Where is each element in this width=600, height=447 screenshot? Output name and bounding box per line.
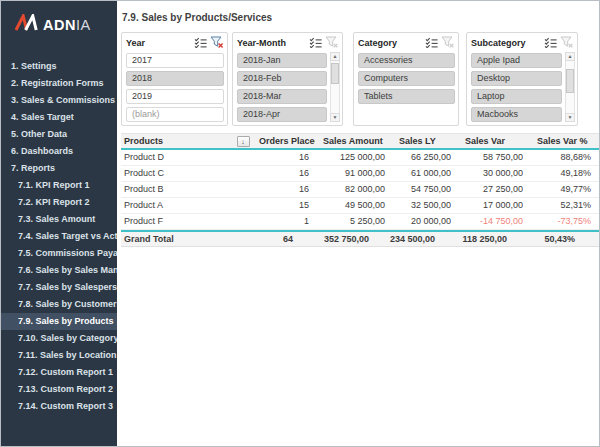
slicer-item--blank-[interactable]: (blank) [126, 107, 224, 122]
multiselect-icon[interactable] [194, 37, 207, 48]
slicer-item-apple-ipad[interactable]: Apple Ipad [471, 53, 562, 68]
sidebar-item-7-reports[interactable]: 7. Reports [1, 160, 117, 177]
sidebar-item-7-3-sales-amount[interactable]: 7.3. Sales Amount [1, 211, 117, 228]
cell-value: 352 750,00 [299, 232, 375, 247]
sidebar-item-5-other-data[interactable]: 5. Other Data [1, 126, 117, 143]
slicer-item-2019[interactable]: 2019 [126, 89, 224, 104]
slicer-items-year-month: 2018-Jan2018-Feb2018-Mar2018-Apr [237, 53, 327, 122]
sidebar-item-1-settings[interactable]: 1. Settings [1, 58, 117, 75]
slicer-item-2018[interactable]: 2018 [126, 71, 224, 86]
scroll-track[interactable] [565, 61, 575, 113]
cell-value: 58 750,00 [457, 150, 529, 165]
cell-value: 49 500,00 [315, 198, 391, 213]
sidebar-item-7-7-sales-by-salesperson[interactable]: 7.7. Sales by Salesperson [1, 279, 117, 296]
sidebar-item-7-6-sales-by-sales-manager[interactable]: 7.6. Sales by Sales Manager [1, 262, 117, 279]
sidebar-item-7-14-custom-report-3[interactable]: 7.14. Custom Report 3 [1, 398, 117, 415]
slicer-scrollbar[interactable]: ▲▼ [565, 52, 575, 122]
scroll-up-button[interactable]: ▲ [565, 52, 575, 61]
sidebar-item-7-4-sales-target-vs-actual[interactable]: 7.4. Sales Target vs Actual [1, 228, 117, 245]
clear-filter-icon[interactable] [325, 36, 339, 49]
row-label: Product F [121, 214, 251, 229]
scroll-thumb[interactable] [566, 69, 574, 93]
row-label: Product A [121, 198, 251, 213]
sidebar-item-7-13-custom-report-2[interactable]: 7.13. Custom Report 2 [1, 381, 117, 398]
cell-value: 52,31% [529, 198, 597, 213]
sidebar-item-7-8-sales-by-customers[interactable]: 7.8. Sales by Customers [1, 296, 117, 313]
sidebar-item-7-5-commissions-payable[interactable]: 7.5. Commissions Payable [1, 245, 117, 262]
slicer-title-year: Year [126, 38, 191, 48]
sidebar-item-7-11-sales-by-location[interactable]: 7.11. Sales by Location [1, 347, 117, 364]
app-window: ADNIA 1. Settings2. Registration Forms3.… [0, 0, 600, 447]
clear-filter-icon[interactable] [441, 36, 455, 49]
cell-value: 50,43% [513, 232, 581, 247]
slicer-header-category: Category [358, 36, 455, 49]
cell-value: 125 000,00 [315, 150, 391, 165]
cell-value: 16 [251, 166, 315, 181]
scroll-down-button[interactable]: ▼ [330, 113, 340, 122]
slicer-items-year: 201720182019(blank) [126, 53, 224, 122]
slicer-item-laptop[interactable]: Laptop [471, 89, 562, 104]
cell-value: -14 750,00 [457, 214, 529, 229]
sidebar-nav: 1. Settings2. Registration Forms3. Sales… [1, 58, 117, 415]
cell-value: 118 250,00 [441, 232, 513, 247]
sidebar-item-7-2-kpi-report-2[interactable]: 7.2. KPI Report 2 [1, 194, 117, 211]
sidebar-item-7-1-kpi-report-1[interactable]: 7.1. KPI Report 1 [1, 177, 117, 194]
sidebar-item-4-sales-target[interactable]: 4. Sales Target [1, 109, 117, 126]
adnia-logo-icon [14, 14, 38, 35]
multiselect-icon[interactable] [425, 37, 438, 48]
slicer-item-accessories[interactable]: Accessories [358, 53, 455, 68]
sidebar-item-3-sales-commissions[interactable]: 3. Sales & Commissions [1, 92, 117, 109]
table-header-row: Products↓Orders PlacedSales AmountSales … [121, 133, 599, 150]
brand-text: ADNIA [43, 17, 91, 33]
slicer-item-2018-apr[interactable]: 2018-Apr [237, 107, 327, 122]
slicer-item-tablets[interactable]: Tablets [358, 89, 455, 104]
sidebar-item-7-12-custom-report-1[interactable]: 7.12. Custom Report 1 [1, 364, 117, 381]
slicer-row: Year201720182019(blank)Year-Month2018-Ja… [121, 32, 599, 126]
column-header-sales-amount: Sales Amount [315, 134, 391, 149]
slicer-item-2018-feb[interactable]: 2018-Feb [237, 71, 327, 86]
scroll-down-button[interactable]: ▼ [565, 113, 575, 122]
slicer-item-computers[interactable]: Computers [358, 71, 455, 86]
sort-button-cell: ↓ [235, 134, 251, 148]
multiselect-icon[interactable] [544, 37, 557, 48]
clear-filter-icon[interactable] [560, 36, 574, 49]
grand-total-row: Grand Total64352 750,00234 500,00118 250… [121, 230, 599, 247]
slicer-subcategory: SubcategoryApple IpadDesktopLaptopMacboo… [466, 32, 578, 126]
page-title: 7.9. Sales by Products/Services [121, 1, 599, 23]
cell-value: 16 [251, 150, 315, 165]
sidebar-item-7-9-sales-by-products[interactable]: 7.9. Sales by Products [1, 313, 117, 330]
scroll-up-button[interactable]: ▲ [330, 52, 340, 61]
sidebar-item-2-registration-forms[interactable]: 2. Registration Forms [1, 75, 117, 92]
slicer-header-subcategory: Subcategory [471, 36, 574, 49]
column-header-products: Products [121, 134, 235, 149]
slicer-item-2018-mar[interactable]: 2018-Mar [237, 89, 327, 104]
table-row: Product B1682 000,0054 750,0027 250,0049… [121, 182, 599, 198]
column-header-sales-ly: Sales LY [391, 134, 457, 149]
scroll-thumb[interactable] [331, 63, 339, 85]
slicer-year: Year201720182019(blank) [121, 32, 228, 126]
slicer-item-macbooks[interactable]: Macbooks [471, 107, 562, 122]
slicer-header-year: Year [126, 36, 224, 49]
pivot-sort-button[interactable]: ↓ [237, 136, 250, 147]
cell-value: 20 000,00 [391, 214, 457, 229]
clear-filter-icon[interactable] [210, 36, 224, 49]
cell-value: -73,75% [529, 214, 597, 229]
brand-bold: ADN [43, 17, 76, 33]
slicer-scrollbar[interactable]: ▲▼ [330, 52, 340, 122]
cell-value: 91 000,00 [315, 166, 391, 181]
cell-value: 88,68% [529, 150, 597, 165]
multiselect-icon[interactable] [309, 37, 322, 48]
row-label: Product B [121, 182, 251, 197]
cell-value: 32 500,00 [391, 198, 457, 213]
slicer-item-desktop[interactable]: Desktop [471, 71, 562, 86]
row-label: Product D [121, 150, 251, 165]
sidebar-item-6-dashboards[interactable]: 6. Dashboards [1, 143, 117, 160]
cell-value: 66 250,00 [391, 150, 457, 165]
scroll-track[interactable] [330, 61, 340, 113]
slicer-item-2017[interactable]: 2017 [126, 53, 224, 68]
row-label: Product C [121, 166, 251, 181]
cell-value: 49,77% [529, 182, 597, 197]
sidebar-item-7-10-sales-by-category[interactable]: 7.10. Sales by Category [1, 330, 117, 347]
slicer-item-2018-jan[interactable]: 2018-Jan [237, 53, 327, 68]
cell-value: 234 500,00 [375, 232, 441, 247]
